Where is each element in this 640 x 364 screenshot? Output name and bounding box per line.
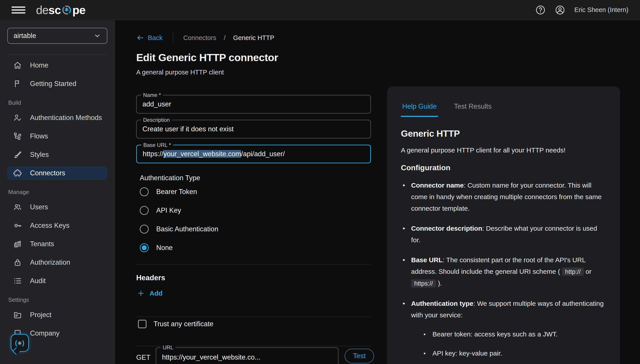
brush-icon <box>13 150 22 159</box>
home-icon <box>13 61 22 70</box>
main-content: Back Connectors / Generic HTTP Edit Gene… <box>115 20 640 364</box>
help-sub-list: Bearer token: access keys such as a JWT.… <box>411 328 606 364</box>
section-divider <box>136 316 371 317</box>
flow-tree-icon <box>13 132 22 141</box>
radio-checked-icon <box>140 243 149 252</box>
sidebar-item-label: Company <box>30 329 60 337</box>
sidebar-item-project[interactable]: Project <box>7 308 107 322</box>
back-arrow-icon <box>136 34 144 42</box>
auth-type-label: Authentication Type <box>140 174 200 182</box>
base-url-field[interactable]: Base URL * https://your_vercel_website.c… <box>136 145 371 163</box>
sidebar-item-label: Tenants <box>30 240 54 248</box>
sidebar-item-authorization[interactable]: Authorization <box>7 256 107 269</box>
lock-icon <box>13 258 22 267</box>
radio-basic-authentication[interactable]: Basic Authentication <box>140 225 218 234</box>
tab-test-results[interactable]: Test Results <box>453 99 493 117</box>
base-url-suffix: /api/add_user/ <box>241 150 285 158</box>
account-icon[interactable] <box>555 5 565 15</box>
tab-help-guide[interactable]: Help Guide <box>401 99 438 117</box>
puzzle-icon <box>13 169 22 178</box>
sidebar-item-audit[interactable]: Audit <box>7 274 107 288</box>
sidebar-item-flows[interactable]: Flows <box>7 130 107 143</box>
breadcrumb-current: Generic HTTP <box>233 34 274 42</box>
help-intro: A general purpose HTTP client for all yo… <box>401 146 606 154</box>
radio-none[interactable]: None <box>140 243 173 252</box>
help-icon[interactable] <box>535 5 546 15</box>
person-check-icon <box>13 113 22 122</box>
breadcrumb-separator: / <box>224 34 226 42</box>
sidebar: airtable Home Getting Started Build Auth… <box>0 20 115 364</box>
folder-icon <box>13 310 22 319</box>
key-icon <box>13 221 22 230</box>
bullet-term: Connector name <box>411 182 464 189</box>
help-config-heading: Configuration <box>401 163 606 172</box>
radio-icon <box>140 206 149 215</box>
sidebar-item-access-keys[interactable]: Access Keys <box>7 219 107 232</box>
flag-icon <box>13 79 22 88</box>
list-item: API key: key-value pair. <box>423 348 606 359</box>
users-icon <box>13 203 22 212</box>
list-item: Base URL: The consistent part or the roo… <box>401 254 606 289</box>
logo-text-bold-left: sc <box>48 3 61 17</box>
sidebar-item-tenants[interactable]: Tenants <box>7 237 107 251</box>
description-field[interactable]: Description Create user if it does not e… <box>136 120 371 138</box>
breadcrumb: Connectors / Generic HTTP <box>183 34 274 42</box>
sidebar-item-label: Flows <box>30 132 48 140</box>
http-method-label: GET <box>136 354 150 362</box>
plus-icon <box>137 290 145 297</box>
radio-bearer-token[interactable]: Bearer Token <box>140 187 197 196</box>
list-item: Bearer token: access keys such as a JWT. <box>423 328 606 340</box>
sidebar-item-label: Home <box>30 61 48 69</box>
bullet-term: Authentication type <box>411 300 473 307</box>
descope-mark-icon <box>61 5 72 15</box>
breadcrumb-connectors[interactable]: Connectors <box>183 34 216 42</box>
project-selector-value: airtable <box>14 32 36 40</box>
logo-text-bold-right: pe <box>72 3 86 17</box>
chevron-down-icon <box>94 32 101 40</box>
sidebar-item-authentication-methods[interactable]: Authentication Methods <box>7 111 107 124</box>
sidebar-divider <box>7 54 107 55</box>
radio-icon <box>140 187 149 196</box>
description-field-value: Create user if it does not exist <box>142 125 234 133</box>
list-item: Authentication type: We support multiple… <box>401 298 606 364</box>
bullet-term: Connector description <box>411 225 482 232</box>
sidebar-item-home[interactable]: Home <box>7 59 107 72</box>
add-header-button[interactable]: Add <box>137 290 162 297</box>
sidebar-item-label: Audit <box>30 277 46 285</box>
help-panel-tabs: Help Guide Test Results <box>401 99 606 117</box>
base-url-prefix: https:// <box>143 150 163 158</box>
back-label: Back <box>148 34 163 42</box>
name-field[interactable]: Name * add_user <box>136 95 371 114</box>
back-button[interactable]: Back <box>136 34 163 42</box>
base-url-selected-text: your_vercel_website.com <box>163 150 241 158</box>
sidebar-item-styles[interactable]: Styles <box>7 148 107 161</box>
sidebar-section-settings: Settings <box>7 296 107 303</box>
test-url-field[interactable]: URL https://your_vercel_website.co... <box>156 347 338 364</box>
support-chat-widget[interactable]: (✳) <box>11 334 29 352</box>
trust-certificate-checkbox[interactable]: Trust any certificate <box>138 320 213 328</box>
sidebar-item-label: Authentication Methods <box>30 114 102 122</box>
radio-api-key[interactable]: API Key <box>140 206 181 215</box>
project-selector[interactable]: airtable <box>7 28 107 44</box>
list-item: Connector name: Custom name for your con… <box>401 180 606 214</box>
sidebar-item-getting-started[interactable]: Getting Started <box>7 77 107 90</box>
top-bar: desc pe Eric Sheen (Intern) <box>0 0 640 20</box>
section-divider <box>136 264 371 264</box>
test-url-value: https://your_vercel_website.co... <box>162 353 260 361</box>
page-subtitle: A general purpose HTTP client <box>136 69 224 76</box>
sidebar-item-users[interactable]: Users <box>7 200 107 214</box>
user-name[interactable]: Eric Sheen (Intern) <box>574 6 628 14</box>
sidebar-item-label: Authorization <box>30 258 70 266</box>
hamburger-menu-icon[interactable] <box>12 5 25 15</box>
help-panel: Help Guide Test Results Generic HTTP A g… <box>387 86 620 364</box>
sidebar-item-label: Getting Started <box>30 80 76 88</box>
bullet-term: Base URL <box>411 256 443 264</box>
description-field-label: Description <box>141 117 172 123</box>
checkbox-icon <box>138 320 146 328</box>
test-button[interactable]: Test <box>345 349 374 363</box>
descope-logo: desc pe <box>36 3 85 17</box>
sidebar-item-connectors[interactable]: Connectors <box>7 166 107 180</box>
page-title: Edit Generic HTTP connector <box>136 51 278 64</box>
descope-chat-mark-icon: (✳) <box>15 339 24 347</box>
help-title: Generic HTTP <box>401 128 606 139</box>
